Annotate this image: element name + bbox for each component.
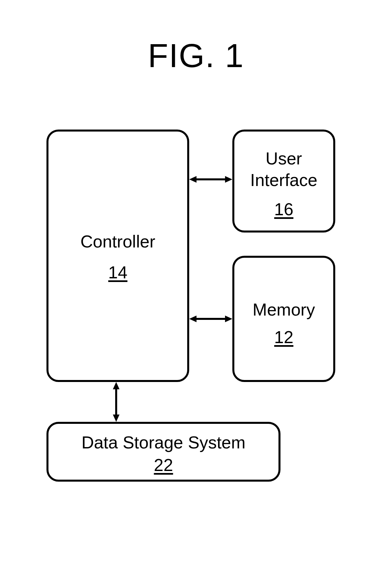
figure-title: FIG. 1 xyxy=(0,37,392,75)
data-storage-ref: 22 xyxy=(46,455,280,475)
svg-marker-5 xyxy=(225,316,232,322)
diagram-stage: FIG. 1 Controller 14 User Interface 16 M… xyxy=(0,0,392,566)
controller-ref: 14 xyxy=(46,262,189,282)
user-interface-label-line2: Interface xyxy=(232,169,335,191)
svg-marker-7 xyxy=(113,382,119,389)
controller-label: Controller xyxy=(46,231,189,252)
svg-marker-1 xyxy=(189,176,196,183)
connector-controller-ui xyxy=(189,173,232,186)
svg-marker-2 xyxy=(225,176,232,183)
data-storage-label: Data Storage System xyxy=(46,432,280,453)
svg-marker-4 xyxy=(189,316,196,322)
user-interface-label-line1: User xyxy=(232,148,335,169)
controller-block xyxy=(46,130,189,382)
user-interface-ref: 16 xyxy=(232,199,335,219)
connector-controller-storage xyxy=(110,382,123,422)
connector-controller-memory xyxy=(189,312,232,326)
memory-label: Memory xyxy=(232,299,335,321)
svg-marker-8 xyxy=(113,415,119,422)
memory-ref: 12 xyxy=(232,327,335,347)
